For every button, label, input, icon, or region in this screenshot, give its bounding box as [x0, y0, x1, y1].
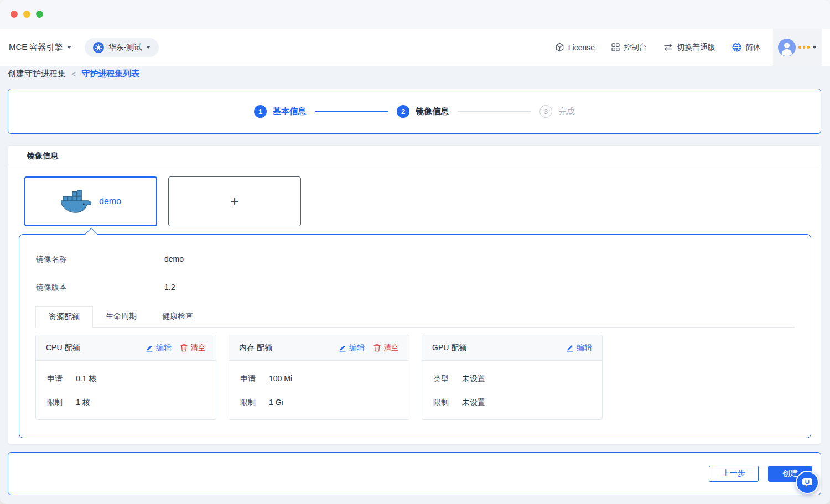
gpu-edit-button[interactable]: 编辑	[566, 343, 592, 353]
chevron-down-icon	[146, 46, 151, 49]
nav-license-label: License	[568, 43, 595, 52]
quota-row: 限制 1 Gi	[240, 398, 398, 409]
field-label: 镜像名称	[36, 254, 164, 264]
region-selector[interactable]: 华东-测试	[85, 38, 159, 57]
gpu-quota-header: GPU 配额 编辑	[422, 335, 602, 361]
nav-console-label: 控制台	[624, 43, 647, 53]
user-menu[interactable]	[773, 29, 822, 66]
quota-row-value: 100 Mi	[269, 374, 292, 385]
product-title: MCE 容器引擎	[9, 42, 63, 53]
quota-row: 申请 100 Mi	[240, 374, 398, 385]
quota-row-label: 申请	[240, 374, 269, 385]
quota-row-label: 类型	[433, 374, 462, 385]
chevron-down-icon	[67, 46, 71, 49]
quota-title: CPU 配额	[46, 343, 80, 353]
step-label: 基本信息	[273, 106, 306, 117]
pencil-icon	[146, 344, 153, 352]
nav-language[interactable]: 简体	[732, 43, 761, 53]
cpu-quota-card: CPU 配额 编辑	[35, 335, 216, 420]
quota-cards: CPU 配额 编辑	[35, 335, 603, 420]
field-value: 1.2	[164, 283, 175, 293]
step-connector	[315, 111, 388, 112]
section-title: 镜像信息	[8, 146, 821, 165]
cpu-clear-button[interactable]: 清空	[180, 343, 206, 353]
wizard-stepper: 1 基本信息 2 镜像信息 3 完成	[8, 89, 821, 134]
image-name: demo	[99, 196, 121, 206]
nav-console[interactable]: 控制台	[611, 43, 647, 53]
wizard-footer: 上一步 创建	[8, 452, 821, 495]
nav-license[interactable]: License	[555, 43, 595, 52]
edit-label: 编辑	[349, 343, 365, 353]
daemonset-list-link[interactable]: 守护进程集列表	[81, 69, 139, 79]
tab-health-check[interactable]: 健康检查	[149, 306, 206, 327]
cpu-edit-button[interactable]: 编辑	[146, 343, 172, 353]
tab-resource-quota[interactable]: 资源配额	[35, 306, 93, 328]
header-nav: License 控制台	[555, 43, 761, 53]
traffic-lights	[11, 11, 43, 18]
cpu-quota-header: CPU 配额 编辑	[36, 335, 216, 361]
memory-edit-button[interactable]: 编辑	[339, 343, 365, 353]
plus-icon: +	[230, 193, 239, 210]
step-number: 3	[540, 105, 552, 118]
image-info-card: 镜像信息	[8, 145, 821, 444]
step-finish: 3 完成	[540, 105, 575, 118]
image-detail-panel: 镜像名称 demo 镜像版本 1.2 资源配额 生命周期 健康检查 CPU 配额	[19, 234, 811, 438]
region-label: 华东-测试	[108, 43, 142, 53]
pencil-icon	[339, 344, 346, 352]
memory-clear-button[interactable]: 清空	[374, 343, 399, 353]
image-tile-demo[interactable]: demo	[24, 176, 157, 226]
globe-icon	[732, 43, 741, 52]
avatar-icon	[778, 39, 796, 56]
field-image-version: 镜像版本 1.2	[36, 283, 175, 293]
quota-row-value: 1 Gi	[269, 398, 283, 409]
chat-smiley-icon	[801, 476, 813, 489]
step-label: 镜像信息	[416, 106, 449, 117]
app-window: MCE 容器引擎 华	[0, 0, 830, 504]
docker-whale-icon	[60, 190, 91, 214]
step-basic-info: 1 基本信息	[254, 105, 306, 118]
previous-step-button[interactable]: 上一步	[709, 466, 759, 482]
quota-row: 申请 0.1 核	[47, 374, 205, 385]
step-number: 1	[254, 105, 267, 118]
field-value: demo	[164, 254, 184, 264]
add-image-tile[interactable]: +	[168, 176, 301, 226]
nav-switch-edition-label: 切换普通版	[677, 43, 715, 53]
edit-label: 编辑	[577, 343, 592, 353]
quota-row: 类型 未设置	[433, 374, 591, 385]
clear-label: 清空	[190, 343, 206, 353]
gpu-quota-card: GPU 配额 编辑	[422, 335, 603, 420]
quota-row-label: 申请	[47, 374, 76, 385]
minimize-window-button[interactable]	[23, 11, 30, 18]
pencil-icon	[566, 344, 574, 352]
step-number: 2	[397, 105, 409, 118]
image-tiles: demo +	[24, 176, 301, 226]
memory-quota-header: 内存 配额 编辑	[229, 335, 409, 361]
quota-title: 内存 配额	[239, 343, 272, 353]
step-label: 完成	[558, 106, 575, 117]
breadcrumb-separator: <	[71, 70, 76, 79]
step-image-info: 2 镜像信息	[397, 105, 449, 118]
panel-pointer	[85, 228, 98, 241]
close-window-button[interactable]	[11, 11, 18, 18]
quota-row-value: 1 核	[76, 398, 90, 409]
quota-row-value: 0.1 核	[76, 374, 96, 385]
clear-label: 清空	[383, 343, 399, 353]
quota-row-value: 未设置	[462, 398, 485, 409]
zoom-window-button[interactable]	[36, 11, 43, 18]
page-title: 创建守护进程集	[8, 69, 66, 79]
tab-lifecycle[interactable]: 生命周期	[93, 306, 149, 327]
quota-row-label: 限制	[240, 398, 269, 409]
product-switcher[interactable]: MCE 容器引擎	[9, 42, 71, 53]
quota-row-label: 限制	[47, 398, 76, 409]
nav-switch-edition[interactable]: 切换普通版	[663, 43, 715, 53]
trash-icon	[374, 344, 381, 352]
quota-row: 限制 未设置	[433, 398, 591, 409]
support-chat-button[interactable]	[796, 471, 819, 494]
chevron-down-icon	[812, 46, 817, 49]
quota-row: 限制 1 核	[47, 398, 205, 409]
step-connector	[458, 111, 531, 112]
field-image-name: 镜像名称 demo	[36, 254, 184, 264]
license-cube-icon	[555, 43, 564, 52]
ellipsis-dots-icon	[798, 46, 810, 49]
app-header: MCE 容器引擎 华	[0, 29, 830, 66]
